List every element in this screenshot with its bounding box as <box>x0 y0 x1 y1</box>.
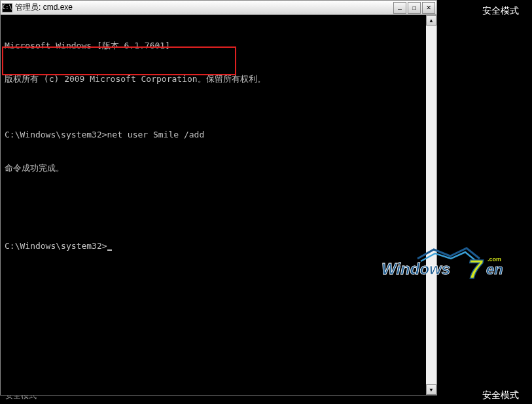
vertical-scrollbar[interactable]: ▲ ▼ <box>426 15 436 395</box>
cmd-icon: C:\ <box>2 3 12 12</box>
terminal-line: C:\Windows\system32>net user Smile /add <box>5 129 422 140</box>
terminal-line: 版权所有 (c) 2009 Microsoft Corporation。保留所有… <box>5 73 422 84</box>
window-controls: _ ❐ ✕ <box>393 2 435 14</box>
terminal-prompt: C:\Windows\system32> <box>5 241 107 251</box>
window-title: 管理员: cmd.exe <box>15 2 393 13</box>
terminal-cursor <box>107 249 112 251</box>
terminal-prompt-line: C:\Windows\system32> <box>5 240 422 251</box>
terminal-line: 命令成功完成。 <box>5 162 422 174</box>
terminal-line: Microsoft Windows [版本 6.1.7601] <box>5 40 422 51</box>
terminal-area: Microsoft Windows [版本 6.1.7601] 版权所有 (c)… <box>1 15 436 395</box>
safe-mode-label-bottom-right: 安全模式 <box>482 390 519 401</box>
scroll-up-button[interactable]: ▲ <box>426 15 436 26</box>
cmd-icon-text: C:\ <box>3 5 12 10</box>
terminal-output[interactable]: Microsoft Windows [版本 6.1.7601] 版权所有 (c)… <box>1 15 426 395</box>
cmd-window: C:\ 管理员: cmd.exe _ ❐ ✕ Microsoft Windows… <box>0 0 437 395</box>
scroll-down-button[interactable]: ▼ <box>426 384 436 395</box>
maximize-button[interactable]: ❐ <box>408 2 421 14</box>
window-titlebar[interactable]: C:\ 管理员: cmd.exe _ ❐ ✕ <box>1 1 436 15</box>
minimize-button[interactable]: _ <box>393 2 406 14</box>
close-button[interactable]: ✕ <box>422 2 435 14</box>
safe-mode-label-top-right: 安全模式 <box>482 5 519 17</box>
scroll-track[interactable] <box>426 26 436 384</box>
